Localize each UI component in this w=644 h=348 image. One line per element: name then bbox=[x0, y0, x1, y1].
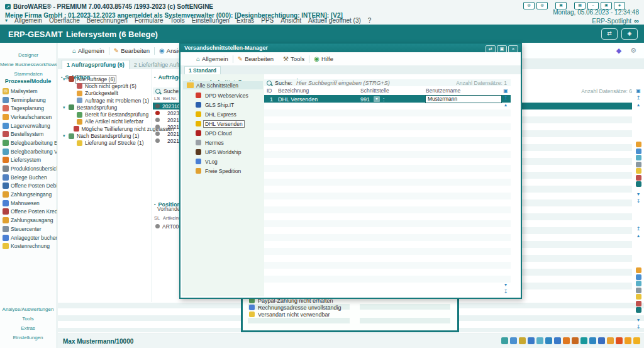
sidebar-module-item[interactable]: ✉ Mailsystem bbox=[3, 87, 57, 96]
problem-item[interactable]: Rechnungsadresse unvollständig bbox=[249, 304, 455, 311]
panel-tool-icon[interactable] bbox=[636, 288, 641, 293]
tree-item[interactable]: VLog bbox=[196, 157, 264, 166]
panel-control-icon[interactable]: ↧ bbox=[634, 323, 643, 330]
tree-item[interactable]: DPD Webservices bbox=[196, 91, 264, 100]
tray-icon[interactable] bbox=[580, 337, 587, 344]
panel-tool-icon[interactable] bbox=[636, 175, 641, 181]
sidebar-link[interactable]: Meine Businessworkflows bbox=[0, 60, 57, 69]
tray-icon[interactable] bbox=[510, 337, 517, 344]
window-button[interactable]: ◍ bbox=[536, 2, 548, 9]
sidebar-module-item[interactable]: Bestellsystem bbox=[3, 130, 57, 138]
header-button[interactable]: ⇄ bbox=[601, 28, 618, 40]
tree-item[interactable]: Hermes bbox=[196, 138, 264, 147]
toolbar-button[interactable]: ✎ Bearbeiten bbox=[228, 55, 274, 63]
menu-item[interactable]: Tools bbox=[170, 17, 185, 24]
tree-item[interactable]: DHL Versenden bbox=[196, 119, 264, 128]
panel-tool-icon[interactable] bbox=[636, 162, 641, 167]
erp-spotlight[interactable]: ERP-Spotlight bbox=[592, 17, 639, 25]
sidebar-module-item[interactable]: Offene Posten Kreditoren bbox=[3, 208, 57, 216]
column-ls[interactable]: LS bbox=[154, 96, 160, 101]
spark-icon[interactable]: ◆ bbox=[616, 47, 621, 55]
tray-icon[interactable] bbox=[598, 337, 605, 344]
benutzername-input[interactable] bbox=[426, 96, 501, 103]
sidebar-module-item[interactable]: Belegbearbeitung Verkauf bbox=[3, 147, 57, 156]
selected-row-highlight[interactable] bbox=[522, 103, 632, 109]
gear-icon[interactable]: ⚙ bbox=[630, 47, 636, 55]
menu-item[interactable]: Einstellungen bbox=[192, 17, 230, 24]
panel-control-icon[interactable]: ▾ bbox=[502, 281, 509, 288]
auftraege-search-row[interactable]: Suche: bbox=[153, 87, 180, 94]
menu-caret-icon[interactable] bbox=[5, 18, 8, 23]
toolbar-button[interactable]: ⌂ Allgemein bbox=[63, 47, 104, 55]
table-row[interactable]: ART0000 bbox=[153, 223, 180, 230]
sidebar-module-item[interactable]: Zahlungseingang bbox=[3, 190, 57, 199]
table-row[interactable]: 2021 bbox=[153, 137, 180, 144]
panel-control-icon[interactable]: ↧ bbox=[634, 198, 643, 205]
table-row[interactable]: 2021 bbox=[153, 130, 180, 137]
panel-tool-icon[interactable] bbox=[636, 168, 641, 174]
selected-data-row[interactable]: 1 DHL Versenden 991 ▾ : bbox=[264, 95, 511, 103]
sidebar-link[interactable]: Designer bbox=[0, 50, 57, 60]
panel-control-icon[interactable]: ↥ bbox=[634, 94, 643, 101]
tree-item[interactable]: UPS Worldship bbox=[196, 147, 264, 157]
tab[interactable]: 1 Auftragsprüfung (6) bbox=[62, 60, 130, 69]
panel-tool-icon[interactable] bbox=[636, 155, 641, 160]
tree-item[interactable]: GLS Ship.IT bbox=[196, 100, 264, 109]
menu-item[interactable]: Aktuell geöffnet (3) bbox=[308, 17, 361, 24]
panel-tool-icon[interactable] bbox=[636, 149, 641, 154]
tray-icon[interactable] bbox=[501, 337, 508, 344]
panel-tool-icon[interactable] bbox=[636, 181, 641, 187]
column-belnr[interactable]: Bel.Nr. bbox=[163, 96, 177, 101]
panel-tool-icon[interactable] bbox=[636, 267, 641, 273]
panel-tool-icon[interactable] bbox=[636, 281, 641, 286]
tray-icon[interactable] bbox=[633, 337, 640, 344]
menu-item[interactable]: ? bbox=[368, 17, 372, 24]
menu-item[interactable]: PPS bbox=[261, 17, 274, 24]
sidebar-module-item[interactable]: Lagerverwaltung bbox=[3, 121, 57, 130]
panel-control-icon[interactable]: ↥ bbox=[502, 94, 509, 101]
panel-tool-icon[interactable] bbox=[636, 142, 641, 147]
column-benutzername[interactable]: Benutzername bbox=[426, 87, 460, 94]
tray-icon[interactable] bbox=[625, 337, 631, 344]
tray-icon[interactable] bbox=[536, 337, 543, 344]
tray-icon[interactable] bbox=[563, 337, 570, 344]
expand-arrow-icon[interactable] bbox=[63, 133, 69, 138]
dialog-window-button[interactable]: ⇄ bbox=[486, 45, 496, 53]
sidebar-module-item[interactable]: Produktionsübersicht bbox=[3, 164, 57, 173]
sidebar-module-item[interactable]: Belegbearbeitung Einkauf bbox=[3, 138, 57, 147]
menu-item[interactable]: Formulare bbox=[135, 17, 164, 24]
toolbar-button[interactable]: ⌂ Allgemein bbox=[187, 55, 228, 63]
menu-item[interactable]: Berechnungen bbox=[87, 17, 128, 24]
dropdown-icon[interactable]: ▾ bbox=[374, 96, 380, 102]
tree-root-item[interactable]: Alle Schnittstellen bbox=[183, 81, 263, 89]
selektion-tree-node[interactable]: Alle Artikel nicht lieferbar bbox=[63, 118, 154, 125]
toolbar-button[interactable]: ✎ Bearbeiten bbox=[104, 47, 150, 55]
sidebar-module-item[interactable]: Steuercenter bbox=[3, 225, 57, 233]
selektion-tree-node[interactable]: Mögliche Teillieferung nicht zugelassen bbox=[63, 125, 154, 132]
table-row[interactable]: 2023100 bbox=[153, 103, 180, 109]
panel-control-icon[interactable]: ↧ bbox=[502, 288, 509, 295]
tree-item[interactable]: DPD Cloud bbox=[196, 128, 264, 138]
panel-control-icon[interactable]: ▴ bbox=[634, 101, 643, 108]
sidebar-link[interactable]: Analyse/Auswertungen bbox=[0, 305, 56, 314]
panel-control-icon[interactable]: ▣ bbox=[634, 87, 643, 94]
table-row[interactable]: 2021 bbox=[153, 116, 180, 123]
sidebar-link[interactable]: Einstellungen bbox=[0, 333, 56, 342]
table-row[interactable]: 2021 bbox=[153, 123, 180, 130]
tree-item[interactable]: Freie Spedition bbox=[196, 166, 264, 176]
dialog-window-button[interactable]: × bbox=[508, 45, 518, 53]
tray-icon[interactable] bbox=[589, 337, 596, 344]
window-button[interactable]: ◍ bbox=[523, 2, 535, 9]
panel-control-icon[interactable]: ▾ bbox=[634, 191, 643, 198]
sidebar-module-item[interactable]: Belege Buchen bbox=[3, 173, 57, 182]
sidebar-module-item[interactable]: Anlagegüter buchen bbox=[3, 233, 57, 242]
tab-standard[interactable]: 1 Standard bbox=[184, 66, 221, 74]
panel-control-icon[interactable]: ▣ bbox=[502, 87, 509, 94]
selektion-tree-node[interactable]: Bestandsprüfung bbox=[63, 104, 154, 111]
tray-icon[interactable] bbox=[528, 337, 535, 344]
expand-arrow-icon[interactable] bbox=[63, 77, 69, 82]
column-bezeichnung[interactable]: Bezeichnung bbox=[278, 87, 309, 94]
tray-icon[interactable] bbox=[554, 337, 561, 344]
panel-control-icon[interactable]: ▴ bbox=[502, 101, 509, 108]
menu-item[interactable]: Oberfläche bbox=[49, 17, 80, 24]
